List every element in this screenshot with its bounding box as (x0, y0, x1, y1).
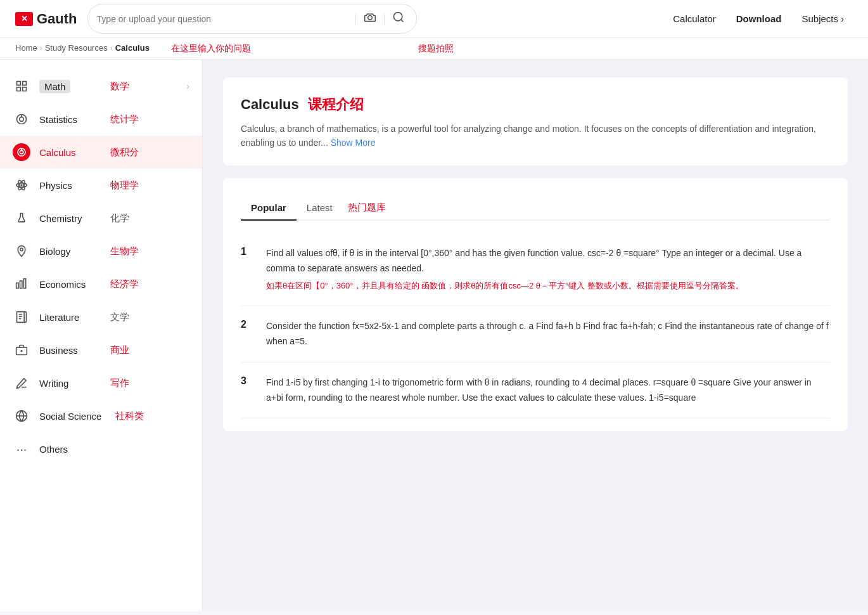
breadcrumb-study-resources[interactable]: Study Resources (45, 43, 108, 53)
literature-zh: 文学 (110, 311, 129, 323)
main-layout: Math 数学 › Statistics 统计学 (0, 60, 868, 611)
chemistry-icon (13, 209, 30, 227)
svg-rect-4 (23, 82, 27, 86)
sidebar-item-math[interactable]: Math 数学 › (0, 70, 202, 103)
social-science-zh: 社科类 (115, 410, 144, 422)
search-bar[interactable] (87, 4, 417, 34)
tab-popular[interactable]: Popular (241, 196, 297, 221)
question-annotation-1: 如果θ在区间【0°，360°，并且具有给定的 函数值，则求θ的所有值csc—2 … (266, 280, 830, 293)
math-arrow: › (186, 81, 189, 91)
social-science-label: Social Science (39, 411, 101, 422)
question-text-3: Find 1-i5 by first changing 1-i to trigo… (266, 375, 830, 406)
svg-point-17 (20, 248, 23, 250)
svg-point-11 (20, 150, 23, 153)
svg-rect-19 (20, 281, 22, 288)
question-text-2: Consider the function fx=5x2-5x-1 and co… (266, 319, 830, 349)
literature-icon (13, 308, 30, 326)
breadcrumb-bar: Home › Study Resources › Calculus (0, 38, 868, 60)
svg-rect-20 (23, 279, 25, 288)
question-num-1: 1 (241, 246, 253, 293)
search-divider-2 (384, 13, 385, 25)
chemistry-zh: 化学 (110, 212, 129, 224)
question-text-1: Find all values ofθ, if θ is in the inte… (266, 246, 830, 293)
math-label: Math (39, 81, 96, 92)
page-title: Calculus 课程介绍 (241, 95, 830, 114)
economics-icon (13, 275, 30, 293)
sidebar-item-writing[interactable]: Writing 写作 (0, 366, 202, 399)
business-icon (13, 341, 30, 359)
business-label: Business (39, 345, 96, 356)
sidebar-item-literature[interactable]: Literature 文学 (0, 301, 202, 333)
svg-point-0 (367, 16, 372, 20)
math-zh: 数学 (110, 81, 129, 93)
sidebar-item-social-science[interactable]: Social Science 社科类 (0, 399, 202, 432)
biology-zh: 生物学 (110, 245, 139, 257)
calculus-zh: 微积分 (110, 146, 139, 159)
svg-rect-6 (23, 87, 27, 91)
title-text: Calculus (241, 96, 299, 112)
sidebar-item-economics[interactable]: Economics 经济学 (0, 268, 202, 301)
statistics-zh: 统计学 (110, 113, 139, 126)
download-button[interactable]: Download (727, 8, 791, 29)
writing-zh: 写作 (110, 377, 129, 389)
subjects-button[interactable]: Subjects › (793, 8, 853, 29)
chevron-down-icon: › (841, 13, 844, 24)
tab-latest[interactable]: Latest (297, 196, 343, 221)
others-label: Others (39, 444, 96, 455)
calculus-icon (13, 143, 30, 161)
sidebar-item-physics[interactable]: Physics 物理学 (0, 169, 202, 202)
physics-label: Physics (39, 180, 96, 191)
search-input[interactable] (97, 14, 350, 24)
question-item-3[interactable]: 3 Find 1-i5 by first changing 1-i to tri… (241, 363, 830, 419)
content-area: Calculus 课程介绍 Calculus, a branch of math… (203, 60, 868, 611)
statistics-icon (13, 110, 30, 128)
question-item-1[interactable]: 1 Find all values ofθ, if θ is in the in… (241, 233, 830, 306)
physics-zh: 物理学 (110, 179, 139, 191)
chemistry-label: Chemistry (39, 213, 96, 224)
sidebar-item-calculus[interactable]: Calculus 微积分 (0, 136, 202, 169)
others-icon: ··· (13, 440, 30, 458)
calculator-button[interactable]: Calculator (664, 8, 725, 29)
breadcrumb: Home › Study Resources › Calculus (15, 43, 853, 53)
subjects-label: Subjects (801, 13, 838, 24)
svg-point-8 (20, 117, 24, 122)
logo-text: Gauth (37, 11, 77, 27)
breadcrumb-home[interactable]: Home (15, 43, 37, 53)
desc-text: Calculus, a branch of mathematics, is a … (241, 124, 816, 148)
physics-icon (13, 176, 30, 194)
statistics-label: Statistics (39, 114, 96, 125)
sidebar-item-statistics[interactable]: Statistics 统计学 (0, 103, 202, 136)
svg-line-2 (400, 20, 403, 22)
business-zh: 商业 (110, 344, 129, 356)
camera-icon[interactable] (361, 8, 379, 29)
sidebar-item-chemistry[interactable]: Chemistry 化学 (0, 202, 202, 235)
logo: ✕ Gauth (15, 11, 77, 27)
calculus-label: Calculus (39, 147, 96, 158)
search-divider (355, 13, 356, 25)
svg-rect-5 (17, 87, 21, 91)
content-description: Calculus, a branch of mathematics, is a … (241, 122, 830, 150)
svg-point-1 (393, 13, 402, 21)
question-num-3: 3 (241, 375, 253, 406)
tabs-row: Popular Latest 热门题库 (241, 196, 830, 221)
economics-label: Economics (39, 279, 96, 290)
breadcrumb-calculus: Calculus (115, 43, 150, 53)
question-num-2: 2 (241, 319, 253, 349)
literature-label: Literature (39, 312, 96, 323)
show-more-link[interactable]: Show More (331, 138, 376, 148)
biology-icon (13, 242, 30, 260)
title-card: Calculus 课程介绍 Calculus, a branch of math… (223, 77, 848, 165)
search-icon[interactable] (390, 8, 407, 29)
math-icon (13, 77, 30, 95)
breadcrumb-sep-2: › (110, 44, 113, 53)
writing-icon (13, 374, 30, 392)
question-item-2[interactable]: 2 Consider the function fx=5x2-5x-1 and … (241, 306, 830, 363)
biology-label: Biology (39, 246, 96, 257)
sidebar-item-others[interactable]: ··· Others (0, 432, 202, 465)
sidebar-item-biology[interactable]: Biology 生物学 (0, 235, 202, 268)
questions-card: Popular Latest 热门题库 1 Find all values of… (223, 178, 848, 432)
header: ✕ Gauth Calculator Download Subjects › 在… (0, 0, 868, 38)
header-nav: Calculator Download Subjects › (664, 8, 853, 29)
sidebar-item-business[interactable]: Business 商业 (0, 333, 202, 366)
svg-rect-3 (17, 82, 21, 86)
